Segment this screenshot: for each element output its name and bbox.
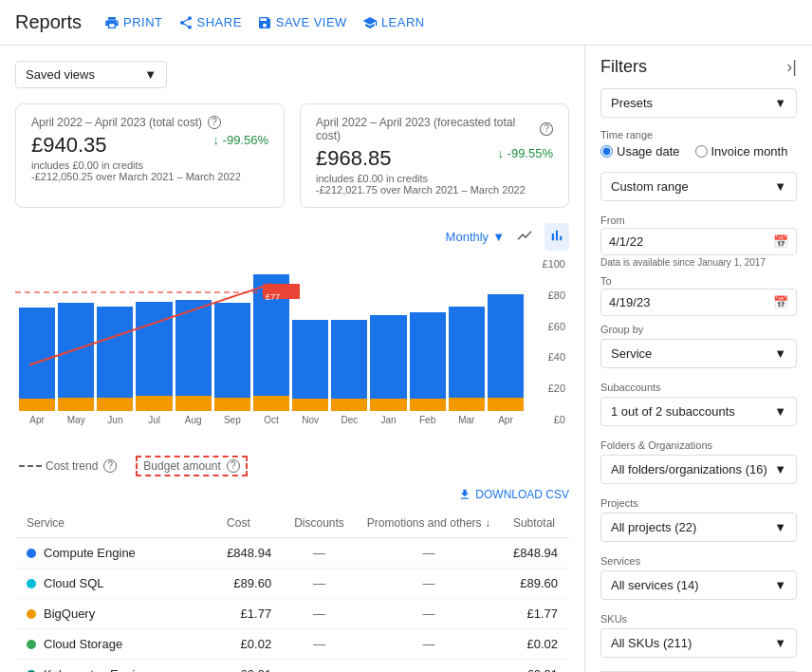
summary-cards: April 2022 – April 2023 (total cost) ? £… xyxy=(15,103,569,208)
chevron-down-icon: ▼ xyxy=(774,179,786,194)
calendar-icon: 📅 xyxy=(773,234,788,249)
bar-x-label: Jun xyxy=(107,415,122,425)
table-cell-service: Compute Engine xyxy=(15,538,215,569)
table-cell-cost: £0.02 xyxy=(215,629,283,660)
saved-views-dropdown[interactable]: Saved views ▼ xyxy=(15,61,167,88)
custom-range-dropdown[interactable]: Custom range ▼ xyxy=(600,172,797,201)
summary-over-2: -£212,021.75 over March 2021 – March 202… xyxy=(316,184,553,196)
chart-bar-group: Oct xyxy=(253,259,289,425)
chart-bar-group: Aug xyxy=(175,259,212,425)
main-layout: Saved views ▼ April 2022 – April 2023 (t… xyxy=(0,46,812,672)
invoice-month-radio[interactable]: Invoice month xyxy=(695,144,788,159)
chart-area: AprMayJunJulAugSepOctNovDecJanFebMarApr xyxy=(15,258,527,425)
table-header: Service Cost Discounts Promotions and ot… xyxy=(15,509,569,538)
folders-dropdown[interactable]: All folders/organizations (16) ▼ xyxy=(600,455,797,484)
service-dot xyxy=(27,609,36,619)
from-date-input[interactable]: 4/1/22 📅 xyxy=(600,228,797,255)
usage-date-radio[interactable]: Usage date xyxy=(600,144,680,159)
group-by-section: Group by Service ▼ xyxy=(600,324,797,368)
col-cost: Cost xyxy=(215,509,283,538)
chart-bar-group: Jul xyxy=(136,259,172,425)
from-label: From xyxy=(600,215,797,226)
summary-amount-1: £940.35 xyxy=(31,133,107,158)
chart-bar-group: Apr xyxy=(488,259,524,425)
table-row: BigQuery £1.77 — — £1.77 xyxy=(15,599,569,629)
table-cell-discounts: — xyxy=(283,629,356,660)
sidebar-close-button[interactable]: ›| xyxy=(786,57,797,77)
col-promotions: Promotions and others ↓ xyxy=(356,509,502,538)
chart-bar-group: Jan xyxy=(370,259,406,425)
bar-x-label: Jan xyxy=(380,415,396,425)
line-chart-icon-btn[interactable] xyxy=(512,223,537,251)
chart-bar-group: Apr xyxy=(19,259,55,425)
table-cell-promotions: — xyxy=(356,660,502,673)
budget-info-icon[interactable]: ? xyxy=(227,459,240,473)
chart-y-axis: £100 £80 £60 £40 £20 £0 xyxy=(531,258,569,425)
table-cell-cost: £848.94 xyxy=(215,538,283,569)
subaccounts-dropdown[interactable]: 1 out of 2 subaccounts ▼ xyxy=(600,397,797,426)
table-body: Compute Engine £848.94 — — £848.94 Cloud… xyxy=(15,538,569,673)
info-icon-2[interactable]: ? xyxy=(540,122,553,136)
table-row: Compute Engine £848.94 — — £848.94 xyxy=(15,538,569,569)
presets-dropdown[interactable]: Presets ▼ xyxy=(600,88,797,118)
info-icon-1[interactable]: ? xyxy=(208,116,221,129)
table-cell-subtotal: £0.01 xyxy=(502,660,569,673)
cost-trend-info-icon[interactable]: ? xyxy=(103,459,117,473)
chevron-down-icon: ▼ xyxy=(774,520,786,534)
chart-container: £100 £80 £60 £40 £20 £0 AprMayJunJulAugS… xyxy=(15,258,569,448)
table-cell-discounts: — xyxy=(283,538,356,569)
print-button[interactable]: PRINT xyxy=(104,15,163,30)
chart-bar-group: Feb xyxy=(410,259,446,425)
table-row: Cloud SQL £89.60 — — £89.60 xyxy=(15,569,569,599)
summary-change-2: ↓ -99.55% xyxy=(497,146,553,160)
chevron-down-icon: ▼ xyxy=(774,578,786,592)
save-view-icon xyxy=(257,15,272,30)
time-range-label: Time range xyxy=(600,129,797,140)
summary-credits-1: includes £0.00 in credits xyxy=(31,159,268,171)
chart-bar-group: Nov xyxy=(292,259,328,425)
chevron-down-icon: ▼ xyxy=(774,462,786,476)
share-button[interactable]: SHARE xyxy=(178,15,242,30)
summary-card-period-2: April 2022 – April 2023 (forecasted tota… xyxy=(316,116,553,142)
projects-dropdown[interactable]: All projects (22) ▼ xyxy=(600,513,797,542)
folders-section: Folders & Organizations All folders/orga… xyxy=(600,439,797,484)
bar-x-label: Jul xyxy=(148,415,160,425)
table-cell-cost: £1.77 xyxy=(215,599,283,629)
services-dropdown[interactable]: All services (14) ▼ xyxy=(600,570,797,600)
table-cell-discounts: — xyxy=(283,599,356,629)
custom-range-section: Custom range ▼ xyxy=(600,172,797,201)
col-discounts: Discounts xyxy=(283,509,356,538)
date-hint: Data is available since January 1, 2017 xyxy=(600,257,797,268)
sort-icon[interactable]: ↓ xyxy=(485,516,490,530)
monthly-toggle[interactable]: Monthly ▼ xyxy=(446,230,505,244)
group-by-label: Group by xyxy=(600,324,797,335)
bar-x-label: Apr xyxy=(29,415,45,425)
learn-icon xyxy=(362,15,378,30)
download-csv-button[interactable]: DOWNLOAD CSV xyxy=(458,488,569,501)
chart-bar-group: Sep xyxy=(214,259,250,425)
table-cell-subtotal: £0.02 xyxy=(502,629,569,660)
presets-section: Presets ▼ xyxy=(600,88,797,118)
group-by-dropdown[interactable]: Service ▼ xyxy=(600,339,797,368)
service-dot xyxy=(27,579,36,588)
y-label-60: £60 xyxy=(531,321,565,332)
folders-label: Folders & Organizations xyxy=(600,439,797,451)
save-view-button[interactable]: SAVE VIEW xyxy=(257,15,347,30)
learn-button[interactable]: LEARN xyxy=(362,15,425,30)
bar-chart-icon-btn[interactable] xyxy=(544,223,569,251)
to-date-input[interactable]: 4/19/23 📅 xyxy=(600,289,797,316)
chart-bar-group: Mar xyxy=(449,259,485,425)
table-header-row: Service Cost Discounts Promotions and ot… xyxy=(15,509,569,538)
bar-x-label: Nov xyxy=(302,415,319,425)
table-cell-cost: £0.01 xyxy=(215,660,283,673)
chevron-down-icon: ▼ xyxy=(144,67,157,82)
table-cell-subtotal: £848.94 xyxy=(502,538,569,569)
bar-chart-icon xyxy=(548,227,565,244)
download-icon xyxy=(458,488,471,501)
from-date-group: From 4/1/22 📅 Data is available since Ja… xyxy=(600,215,797,268)
skus-dropdown[interactable]: All SKUs (211) ▼ xyxy=(600,628,797,658)
table-cell-service: Cloud Storage xyxy=(15,629,215,660)
filters-title: Filters ›| xyxy=(600,57,797,77)
download-row: DOWNLOAD CSV xyxy=(15,488,569,501)
bar-x-label: Oct xyxy=(264,415,279,425)
